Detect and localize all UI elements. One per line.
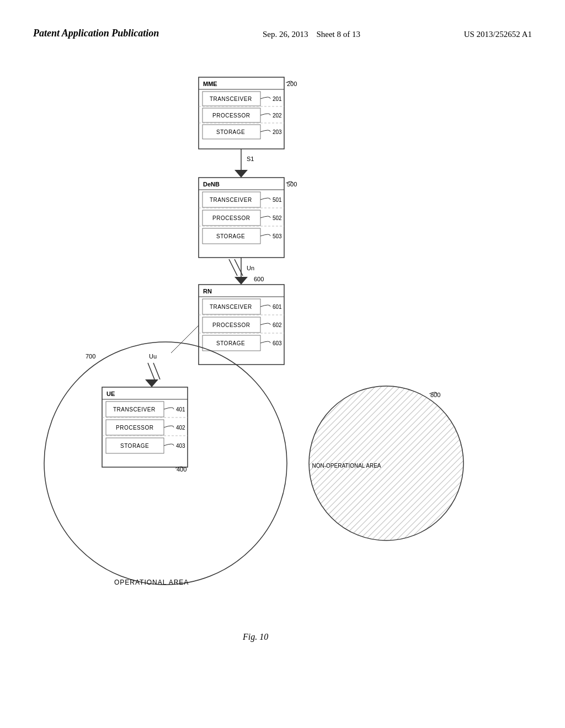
svg-text:700: 700 (86, 353, 95, 360)
diagram-svg: MME TRANSCEIVER 201 PROCESSOR 202 STORAG… (0, 0, 565, 728)
svg-text:Fig. 10: Fig. 10 (242, 632, 268, 642)
svg-text:TRANSCEIVER: TRANSCEIVER (210, 96, 252, 102)
svg-text:TRANSCEIVER: TRANSCEIVER (113, 406, 156, 413)
svg-marker-17 (234, 170, 248, 178)
svg-text:201: 201 (273, 96, 282, 102)
svg-text:PROCESSOR: PROCESSOR (212, 322, 250, 328)
svg-text:RN: RN (203, 288, 212, 295)
svg-text:PROCESSOR: PROCESSOR (212, 215, 250, 221)
svg-text:603: 603 (273, 340, 282, 346)
svg-text:NON-OPERATIONAL  AREA: NON-OPERATIONAL AREA (312, 463, 381, 469)
svg-marker-38 (234, 277, 248, 285)
svg-text:501: 501 (273, 197, 282, 203)
svg-text:DeNB: DeNB (203, 181, 220, 188)
svg-text:503: 503 (273, 233, 282, 239)
svg-text:STORAGE: STORAGE (216, 129, 245, 135)
svg-text:502: 502 (273, 215, 282, 221)
svg-text:S1: S1 (247, 156, 254, 162)
svg-text:600: 600 (254, 276, 264, 282)
svg-text:PROCESSOR: PROCESSOR (212, 113, 250, 119)
svg-text:MME: MME (203, 81, 217, 87)
svg-text:402: 402 (176, 425, 185, 431)
svg-text:OPERATIONAL  AREA: OPERATIONAL AREA (114, 579, 189, 586)
svg-text:Un: Un (247, 265, 254, 271)
svg-text:STORAGE: STORAGE (120, 443, 149, 449)
svg-text:Uu: Uu (149, 353, 157, 360)
svg-text:TRANSCEIVER: TRANSCEIVER (210, 197, 252, 203)
svg-text:602: 602 (273, 322, 282, 328)
svg-text:UE: UE (106, 390, 115, 397)
svg-text:403: 403 (176, 443, 185, 449)
svg-text:PROCESSOR: PROCESSOR (116, 425, 153, 431)
svg-text:202: 202 (273, 113, 282, 119)
svg-text:601: 601 (273, 304, 282, 310)
svg-text:STORAGE: STORAGE (216, 340, 245, 346)
svg-text:TRANSCEIVER: TRANSCEIVER (210, 304, 252, 310)
svg-text:STORAGE: STORAGE (216, 233, 245, 239)
svg-text:203: 203 (273, 129, 282, 135)
svg-text:401: 401 (176, 406, 185, 413)
